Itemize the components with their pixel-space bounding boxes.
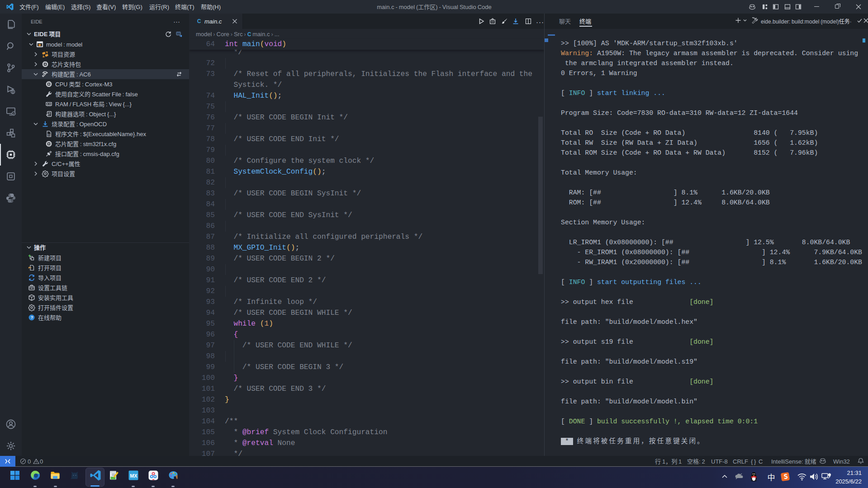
svg-text:?: ? [31, 315, 33, 320]
svg-text:MX: MX [130, 473, 138, 479]
svg-text:01: 01 [47, 133, 51, 137]
